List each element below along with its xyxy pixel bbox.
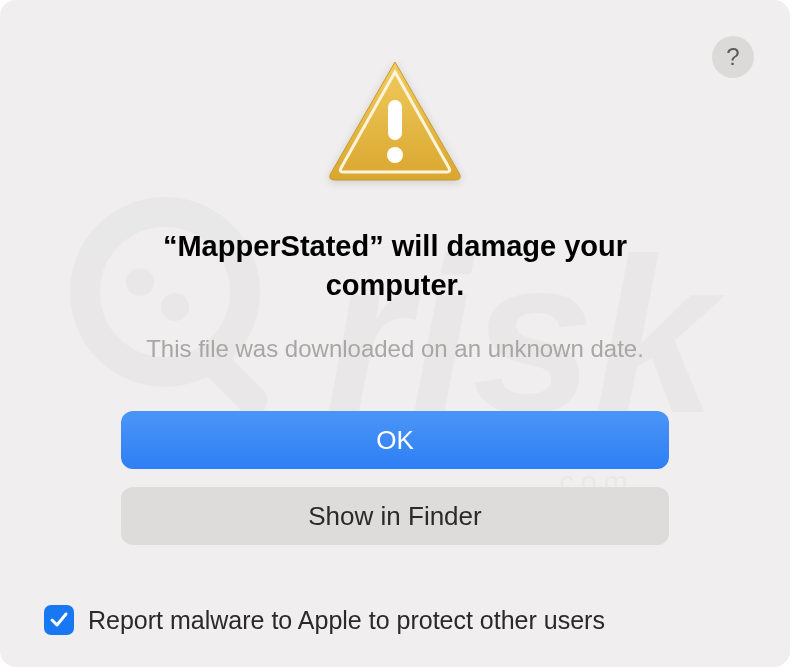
checkmark-icon (49, 610, 69, 630)
help-button[interactable]: ? (712, 36, 754, 78)
warning-dialog: risk .com ? “MapperStated” will damage y… (0, 0, 790, 667)
report-malware-row: Report malware to Apple to protect other… (44, 605, 605, 635)
help-icon: ? (726, 43, 739, 71)
show-in-finder-button[interactable]: Show in Finder (121, 487, 669, 545)
dialog-subtitle: This file was downloaded on an unknown d… (146, 335, 644, 363)
warning-icon (325, 58, 465, 187)
svg-rect-6 (388, 100, 402, 140)
svg-point-7 (387, 147, 403, 163)
dialog-title: “MapperStated” will damage your computer… (115, 227, 675, 305)
report-malware-label: Report malware to Apple to protect other… (88, 606, 605, 635)
report-malware-checkbox[interactable] (44, 605, 74, 635)
button-group: OK Show in Finder (121, 411, 669, 545)
ok-button[interactable]: OK (121, 411, 669, 469)
